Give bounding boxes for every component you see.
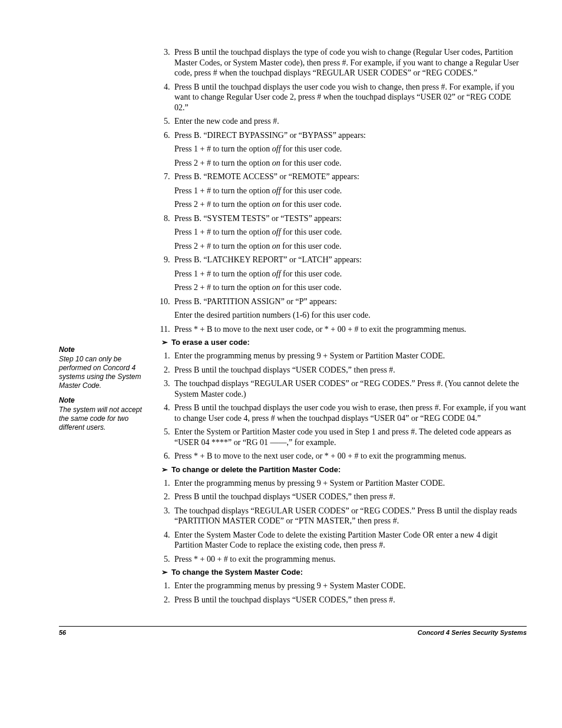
sec2-step-5: Enter the System or Partition Master cod…: [172, 427, 527, 447]
page: Note Step 10 can only be performed on Co…: [0, 0, 562, 660]
procedure-list-2: Enter the programming menus by pressing …: [159, 351, 527, 462]
arrow-icon: ➢: [161, 568, 168, 577]
content-row: Note Step 10 can only be performed on Co…: [59, 47, 527, 608]
procedure-list-1c: Press B. “SYSTEM TESTS” or “TESTS” appea…: [159, 213, 527, 224]
sec3-step-4: Enter the System Master Code to delete t…: [172, 530, 527, 551]
procedure-list-4: Enter the programming menus by pressing …: [159, 581, 527, 605]
note-heading-1: Note: [59, 345, 153, 354]
note-body-2: The system will not accept the same code…: [59, 406, 153, 432]
note-heading-2: Note: [59, 396, 153, 405]
sec2-step-6: Press * + B to move to the next user cod…: [172, 451, 527, 462]
sidebar-spacer: [59, 47, 153, 345]
step-8: Press B. “SYSTEM TESTS” or “TESTS” appea…: [172, 213, 527, 224]
page-number: 56: [59, 629, 66, 636]
step-5: Enter the new code and press #.: [172, 116, 527, 127]
procedure-list-3: Enter the programming menus by pressing …: [159, 478, 527, 565]
procedure-list-1: Press B until the touchpad displays the …: [159, 47, 527, 140]
step-7-on: Press 2 + # to turn the option on for th…: [174, 199, 527, 210]
step-8-on: Press 2 + # to turn the option on for th…: [174, 241, 527, 252]
sec4-step-1: Enter the programming menus by pressing …: [172, 581, 527, 591]
step-3: Press B until the touchpad displays the …: [172, 47, 527, 78]
footer-title: Concord 4 Series Security Systems: [418, 629, 527, 636]
step-4: Press B until the touchpad displays the …: [172, 82, 527, 113]
arrow-icon: ➢: [161, 465, 168, 474]
heading-system-master: ➢To change the System Master Code:: [161, 568, 527, 577]
step-7-off: Press 1 + # to turn the option off for t…: [174, 186, 527, 196]
page-footer: 56 Concord 4 Series Security Systems: [59, 626, 527, 636]
step-6: Press B. “DIRECT BYPASSING” or “BYPASS” …: [172, 130, 527, 141]
arrow-icon: ➢: [161, 338, 168, 347]
step-11: Press * + B to move to the next user cod…: [172, 324, 527, 335]
sidebar-notes: Note Step 10 can only be performed on Co…: [59, 47, 159, 438]
step-7: Press B. “REMOTE ACCESS” or “REMOTE” app…: [172, 172, 527, 182]
step-6-off: Press 1 + # to turn the option off for t…: [174, 144, 527, 154]
step-9: Press B. “LATCHKEY REPORT” or “LATCH” ap…: [172, 255, 527, 265]
step-9-off: Press 1 + # to turn the option off for t…: [174, 269, 527, 279]
sec4-step-2: Press B until the touchpad displays “USE…: [172, 595, 527, 605]
step-9-on: Press 2 + # to turn the option on for th…: [174, 282, 527, 293]
sec2-step-4: Press B until the touchpad displays the …: [172, 403, 527, 423]
sec3-step-1: Enter the programming menus by pressing …: [172, 478, 527, 489]
step-10: Press B. “PARTITION ASSIGN” or “P” appea…: [172, 297, 527, 307]
sec3-step-5: Press * + 00 + # to exit the programming…: [172, 554, 527, 565]
step-6-on: Press 2 + # to turn the option on for th…: [174, 158, 527, 169]
step-8-off: Press 1 + # to turn the option off for t…: [174, 227, 527, 238]
procedure-list-1b: Press B. “REMOTE ACCESS” or “REMOTE” app…: [159, 172, 527, 182]
sec2-step-2: Press B until the touchpad displays “USE…: [172, 365, 527, 375]
main-column: Press B until the touchpad displays the …: [159, 47, 527, 608]
heading-partition-master: ➢To change or delete the Partition Maste…: [161, 465, 527, 475]
note-body-1: Step 10 can only be performed on Concord…: [59, 355, 153, 390]
procedure-list-1f: Press * + B to move to the next user cod…: [159, 324, 527, 335]
procedure-list-1d: Press B. “LATCHKEY REPORT” or “LATCH” ap…: [159, 255, 527, 265]
heading-erase-user-code: ➢To erase a user code:: [161, 338, 527, 347]
procedure-list-1e: Press B. “PARTITION ASSIGN” or “P” appea…: [159, 297, 527, 307]
sec3-step-3: The touchpad displays “REGULAR USER CODE…: [172, 506, 527, 526]
sec2-step-1: Enter the programming menus by pressing …: [172, 351, 527, 361]
step-10-sub: Enter the desired partition numbers (1-6…: [174, 310, 527, 321]
sec3-step-2: Press B until the touchpad displays “USE…: [172, 492, 527, 502]
sec2-step-3: The touchpad displays “REGULAR USER CODE…: [172, 378, 527, 399]
